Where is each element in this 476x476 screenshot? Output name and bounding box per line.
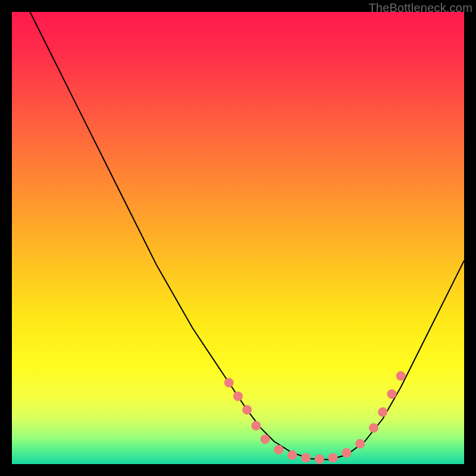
curve-marker-dot <box>387 389 396 399</box>
curve-marker-dot <box>233 392 243 401</box>
curve-markers <box>224 371 406 464</box>
plot-area <box>12 12 464 464</box>
curve-marker-dot <box>274 445 283 455</box>
curve-marker-dot <box>301 453 311 462</box>
chart-frame: TheBottleneck.com <box>0 0 476 476</box>
curve-marker-dot <box>261 434 270 444</box>
curve-marker-dot <box>355 439 365 449</box>
curve-marker-dot <box>251 421 261 430</box>
curve-marker-dot <box>396 371 406 381</box>
curve-marker-dot <box>378 408 387 417</box>
curve-marker-dot <box>369 423 378 433</box>
curve-svg <box>12 12 464 464</box>
curve-marker-dot <box>315 455 324 464</box>
bottleneck-curve-path <box>30 12 464 459</box>
curve-marker-dot <box>328 453 338 462</box>
curve-marker-dot <box>242 405 252 415</box>
curve-marker-dot <box>342 448 351 458</box>
curve-marker-dot <box>224 378 234 387</box>
curve-marker-dot <box>287 450 297 460</box>
